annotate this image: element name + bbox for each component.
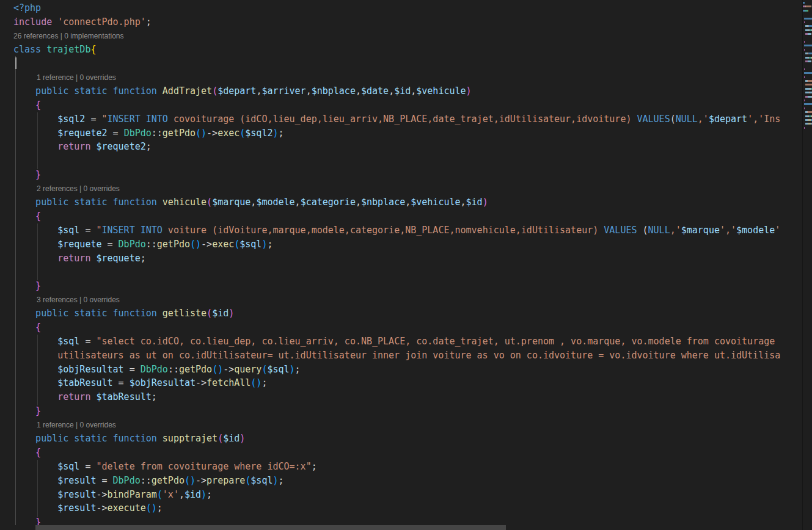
code-token: "select co.idCO, co.lieu_dep, co.lieu_ar… [96,336,775,347]
code-token: -> [96,489,107,500]
code-token: () [196,128,207,139]
code-token: public static function [13,433,163,444]
codelens-link[interactable]: 26 references | 0 implementations [13,31,124,42]
code-token: $id [466,197,483,208]
horizontal-scrollbar-thumb[interactable] [35,525,506,530]
code-token: vehicule [163,197,207,208]
code-token: ( [245,475,251,486]
code-line[interactable]: public static function supptrajet($id) [13,432,245,446]
code-line[interactable]: return $requete; [13,252,146,266]
code-token: $id [223,433,240,444]
code-line[interactable]: } [13,168,41,182]
code-line[interactable]: } [13,404,41,418]
code-token: $requete [13,239,102,250]
codelens-link[interactable]: 2 references | 0 overrides [37,183,120,195]
code-line[interactable]: { [13,446,41,460]
code-line[interactable]: $sql = "INSERT INTO voiture (idVoiture,m… [13,223,780,238]
code-token: supptrajet [163,433,218,444]
editor-text-area[interactable]: <?phpinclude 'connectPdo.php';26 referen… [0,0,802,530]
code-token: $modele [736,225,775,236]
code-line[interactable]: return $requete2; [13,140,152,154]
code-line[interactable]: $objResultat = DbPdo::getPdo()->query($s… [13,363,301,377]
code-line[interactable]: $result->execute(); [13,501,163,515]
code-token [41,44,46,55]
code-line[interactable]: utilisateurs as ut on co.idUtilisateur= … [13,349,780,363]
code-token: , [179,489,185,500]
code-token: = [79,461,96,472]
code-token: public static function [13,197,163,208]
minimap-line [803,13,812,15]
code-line[interactable]: $sql2 = "INSERT INTO covoiturage (idCO,l… [13,112,780,126]
code-token: } [13,169,41,180]
codelens-link[interactable]: 1 reference | 0 overrides [37,419,116,431]
code-token: $depart [218,85,256,96]
code-token: ) [483,197,488,208]
code-token: $vehicule [411,197,460,208]
code-token: () [251,377,262,388]
code-token: VALUES [637,114,670,125]
code-token: exec [212,239,234,250]
code-token: $modele [256,197,294,208]
code-line[interactable]: public static function vehicule($marque,… [13,195,488,209]
code-line[interactable]: $tabResult = $objResultat->fetchAll(); [13,376,267,390]
code-line[interactable]: } [13,279,41,293]
code-line[interactable]: $result = DbPdo::getPdo()->prepare($sql)… [13,474,284,488]
code-token: $marque [212,197,251,208]
minimap-line [803,88,812,90]
code-line[interactable]: $requete = DbPdo::getPdo()->exec($sql); [13,238,272,252]
code-token: $result [13,503,96,514]
code-token: AddTrajet [163,85,212,96]
code-line[interactable]: $sql = "select co.idCO, co.lieu_dep, co.… [13,335,775,349]
code-token: ; [262,377,267,388]
code-token: ' [775,225,780,236]
minimap-line [803,68,812,70]
code-token: $nbplace [361,197,405,208]
code-token: DbPdo [124,128,152,139]
code-line[interactable]: <?php [13,1,41,15]
code-token: ( [207,308,212,319]
code-token: :: [168,364,179,375]
code-token: ) [272,128,278,139]
code-line[interactable]: $requete2 = DbPdo::getPdo()->exec($sql2)… [13,126,284,140]
code-line[interactable]: { [13,321,41,335]
minimap[interactable] [802,0,812,530]
minimap-line [803,100,812,101]
minimap-line [803,45,812,46]
code-line[interactable]: class trajetDb{ [13,43,96,57]
codelens-link[interactable]: 1 reference | 0 overrides [37,72,116,84]
code-token: :: [146,239,157,250]
code-token: $tabResult [13,377,113,388]
code-token: , [295,197,301,208]
code-token: $sql [13,336,79,347]
code-token: ,' [670,225,681,236]
code-token: getPdo [152,475,185,486]
code-token: $sql [13,225,79,236]
code-token: " [96,225,101,236]
code-token: ( [207,197,212,208]
code-line[interactable]: { [13,209,41,223]
code-line[interactable]: return $tabResult; [13,390,157,404]
code-line[interactable]: $sql = "delete from covoiturage where id… [13,460,317,474]
code-line[interactable]: public static function AddTrajet($depart… [13,84,472,98]
code-token: , [306,85,312,96]
code-line[interactable]: public static function getliste($id) [13,307,234,321]
code-token: } [13,280,41,291]
minimap-line [803,92,812,93]
code-token: = [108,128,124,139]
minimap-line [803,123,812,125]
code-line[interactable]: $result->bindParam('x',$id); [13,488,212,502]
code-token: , [405,197,411,208]
code-token: , [461,197,466,208]
code-token: $categorie [301,197,356,208]
code-token: $sql2 [245,128,272,139]
codelens-link[interactable]: 3 references | 0 overrides [37,294,120,306]
code-token: = [85,114,101,125]
minimap-line [803,127,812,129]
code-line[interactable]: { [13,98,41,112]
code-token: ) [240,433,245,444]
code-token: $date [361,85,389,96]
code-token: ; [152,391,157,402]
code-line[interactable]: include 'connectPdo.php'; [13,15,152,29]
code-token: -> [96,503,107,514]
code-token: -> [207,128,218,139]
